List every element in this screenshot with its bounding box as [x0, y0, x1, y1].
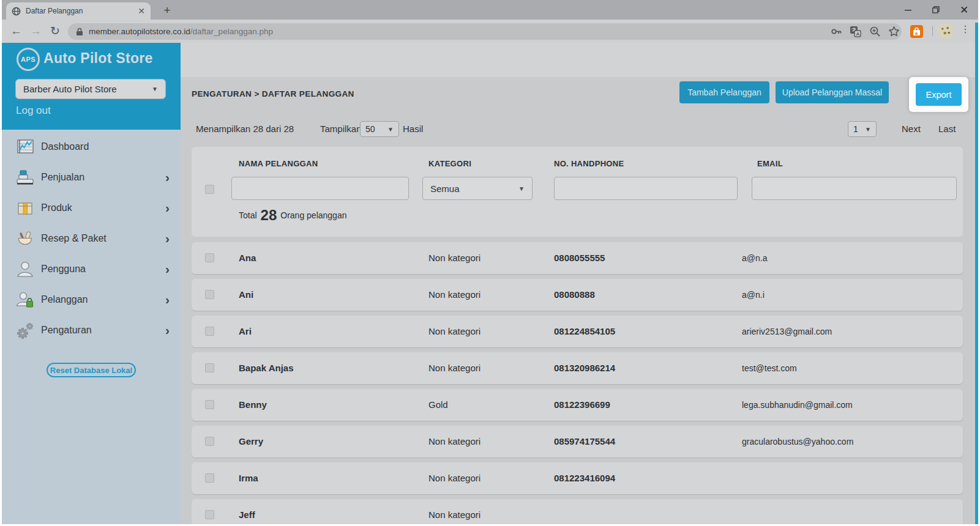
sidebar-item-produk[interactable]: Produk › — [2, 193, 181, 223]
next-page-link[interactable]: Next — [902, 124, 921, 134]
customer-rows: Ana Non kategori 0808055555 a@n.a Ani No… — [192, 242, 963, 524]
sidebar-menu: Dashboard Penjualan › — [2, 130, 181, 346]
customer-category: Non kategori — [428, 426, 481, 457]
chevron-down-icon: ▼ — [152, 86, 158, 92]
password-key-icon[interactable] — [831, 26, 842, 37]
row-checkbox[interactable] — [205, 473, 214, 483]
sidebar-item-dashboard[interactable]: Dashboard — [2, 132, 181, 162]
new-tab-button[interactable]: + — [159, 3, 175, 18]
sidebar-item-pelanggan[interactable]: Pelanggan › — [2, 284, 181, 315]
row-checkbox[interactable] — [205, 363, 214, 372]
page-size-select[interactable]: 50 ▼ — [360, 121, 399, 137]
total-customers-text: Total 28 Orang pelanggan — [239, 207, 346, 224]
customer-email: a@n.a — [742, 242, 767, 274]
select-all-checkbox[interactable] — [205, 185, 214, 194]
sidebar-item-pengguna[interactable]: Pengguna › — [2, 254, 181, 284]
reload-button[interactable]: ↻ — [50, 23, 60, 40]
table-header-card: NAMA PELANGGAN KATEGORI NO. HANDPHONE EM… — [192, 147, 963, 237]
zoom-page-icon[interactable] — [869, 26, 881, 37]
table-row[interactable]: Irma Non kategori 081223416094 — [192, 462, 963, 494]
customer-name: Ari — [239, 316, 252, 347]
total-count: 28 — [261, 207, 277, 224]
showing-count-text: Menampilkan 28 dari 28 — [196, 124, 294, 134]
customer-category: Non kategori — [428, 316, 481, 347]
chevron-right-icon: › — [165, 202, 170, 214]
row-checkbox[interactable] — [205, 290, 214, 299]
chevron-right-icon: › — [165, 324, 170, 336]
customer-email: test@test.com — [742, 352, 797, 384]
page-size-value: 50 — [365, 124, 375, 134]
chevron-right-icon: › — [165, 232, 170, 245]
restore-button[interactable] — [922, 0, 950, 20]
page-number-value: 1 — [853, 124, 858, 134]
table-row[interactable]: Gerry Non kategori 085974175544 gracular… — [192, 426, 963, 457]
url-path: /daftar_pelanggan.php — [190, 27, 273, 36]
back-button[interactable]: ← — [10, 23, 22, 40]
sidebar-item-resep-paket[interactable]: Resep & Paket › — [2, 223, 181, 254]
chevron-right-icon: › — [165, 263, 170, 275]
sidebar-item-penjualan[interactable]: Penjualan › — [2, 162, 181, 193]
page-header-band — [181, 43, 978, 77]
store-select-value: Barber Auto Pilot Store — [23, 84, 117, 94]
address-bar[interactable]: member.autopilotstore.co.id/daftar_pelan… — [68, 23, 902, 40]
row-checkbox[interactable] — [205, 327, 214, 336]
customer-email: lega.subhanudin@gmail.com — [742, 389, 853, 421]
sidebar: APS Auto Pilot Store Barber Auto Pilot S… — [2, 43, 181, 524]
browser-tab[interactable]: Daftar Pelanggan ✕ — [6, 2, 151, 20]
customer-name: Jeff — [239, 499, 255, 524]
row-checkbox[interactable] — [205, 510, 214, 519]
browser-menu-icon[interactable]: ⋮ — [960, 23, 970, 35]
row-checkbox[interactable] — [205, 400, 214, 409]
table-row[interactable]: Ari Non kategori 081224854105 arieriv251… — [192, 316, 963, 347]
table-row[interactable]: Ana Non kategori 0808055555 a@n.a — [192, 242, 963, 274]
sidebar-item-pengaturan[interactable]: Pengaturan › — [2, 315, 181, 346]
cash-register-icon — [15, 168, 35, 187]
customer-phone: 0808055555 — [554, 242, 605, 274]
close-window-button[interactable]: ✕ — [950, 0, 978, 20]
browser-window: Daftar Pelanggan ✕ + ✕ ← → ↻ — [0, 0, 980, 526]
sidebar-header: APS Auto Pilot Store Barber Auto Pilot S… — [2, 43, 181, 130]
sidebar-item-label: Pelanggan — [41, 294, 88, 305]
page-number-select[interactable]: 1 ▼ — [848, 121, 877, 137]
row-checkbox[interactable] — [205, 253, 214, 262]
tab-close-icon[interactable]: ✕ — [138, 7, 145, 15]
upload-customers-button[interactable]: Upload Pelanggan Massal — [776, 81, 889, 103]
bookmark-star-icon[interactable] — [888, 26, 900, 37]
chevron-down-icon: ▼ — [387, 126, 394, 133]
page-scrollbar[interactable] — [975, 23, 978, 524]
category-filter-select[interactable]: Semua ▼ — [422, 177, 533, 200]
email-filter-input[interactable] — [752, 177, 957, 200]
forward-button[interactable]: → — [30, 23, 42, 40]
customer-bag-icon — [15, 290, 35, 309]
user-icon — [15, 259, 35, 279]
add-customer-button[interactable]: Tambah Pelanggan — [679, 81, 769, 103]
extension-icon[interactable]: a — [910, 25, 923, 38]
column-header-email: EMAIL — [757, 159, 783, 168]
export-button[interactable]: Export — [916, 83, 962, 106]
lock-icon — [76, 28, 83, 36]
translate-icon[interactable]: A — [850, 26, 861, 37]
chevron-right-icon: › — [165, 171, 170, 183]
logout-link[interactable]: Log out — [16, 105, 51, 117]
show-label: Tampilkan — [320, 124, 362, 134]
table-row[interactable]: Benny Gold 08122396699 lega.subhanudin@g… — [192, 389, 963, 421]
dashboard-chart-icon — [15, 137, 35, 157]
table-row[interactable]: Ani Non kategori 08080888 a@n.i — [192, 279, 963, 311]
reset-database-button[interactable]: Reset Database Lokal — [47, 363, 136, 377]
phone-filter-input[interactable] — [554, 177, 738, 200]
globe-favicon-icon — [12, 7, 21, 16]
customer-phone: 081320986214 — [554, 352, 615, 384]
customer-category: Non kategori — [428, 499, 481, 524]
column-header-name: NAMA PELANGGAN — [239, 159, 318, 168]
store-select[interactable]: Barber Auto Pilot Store ▼ — [15, 79, 166, 99]
profile-avatar[interactable] — [938, 23, 954, 39]
table-row[interactable]: Bapak Anjas Non kategori 081320986214 te… — [192, 352, 963, 384]
aps-logo: APS — [17, 48, 40, 71]
mortar-pestle-icon — [15, 229, 35, 248]
table-row[interactable]: Jeff Non kategori — [192, 499, 963, 524]
row-checkbox[interactable] — [205, 437, 214, 446]
name-filter-input[interactable] — [231, 177, 409, 200]
minimize-button[interactable] — [894, 0, 922, 20]
export-highlight-box: Export — [909, 77, 968, 112]
last-page-link[interactable]: Last — [938, 124, 956, 134]
